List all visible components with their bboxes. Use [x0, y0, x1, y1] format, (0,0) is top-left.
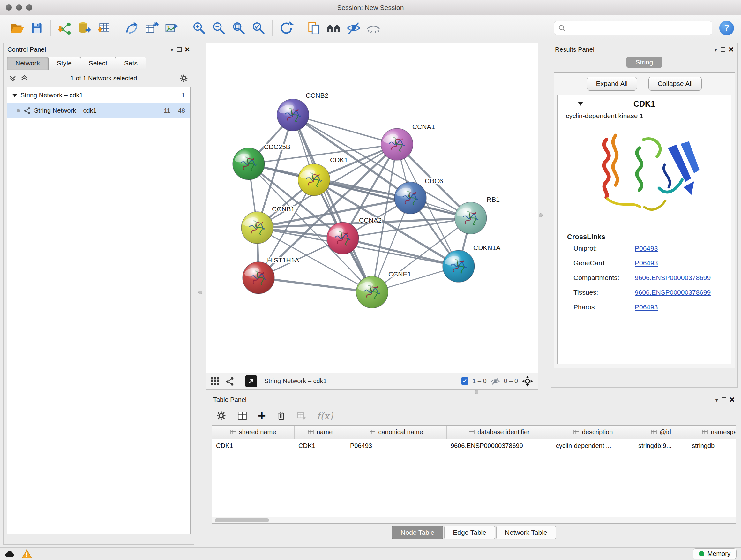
- birds-eye-grid-icon[interactable]: [210, 376, 220, 386]
- zoom-fit-button[interactable]: [229, 18, 249, 38]
- panel-float-icon[interactable]: ▾: [715, 396, 718, 403]
- import-table-button[interactable]: [94, 18, 114, 38]
- bottom-splitter-handle[interactable]: [475, 390, 478, 394]
- tab-select[interactable]: Select: [80, 57, 116, 70]
- panel-undock-icon[interactable]: [721, 47, 725, 52]
- panel-close-icon[interactable]: ×: [185, 45, 190, 54]
- tree-expand-icon[interactable]: [12, 94, 17, 97]
- crosslink-link[interactable]: P06493: [635, 259, 658, 267]
- network-row-selected[interactable]: String Network – cdk1 11 48: [7, 103, 190, 118]
- zoom-selected-button[interactable]: [249, 18, 268, 38]
- horizontal-scrollbar[interactable]: [212, 517, 736, 523]
- tab-string[interactable]: String: [626, 57, 663, 68]
- fit-content-crosshair-icon[interactable]: [522, 375, 533, 387]
- network-collection-row[interactable]: String Network – cdk1 1: [7, 87, 190, 103]
- open-session-button[interactable]: [7, 18, 27, 38]
- close-window-button[interactable]: [6, 4, 12, 10]
- zoom-out-button[interactable]: [209, 18, 229, 38]
- import-network-from-database-button[interactable]: [74, 18, 94, 38]
- left-splitter-handle[interactable]: [199, 291, 202, 294]
- panel-undock-icon[interactable]: [722, 397, 726, 402]
- column-header--id[interactable]: @id: [634, 426, 688, 439]
- refresh-button[interactable]: [276, 18, 296, 38]
- panel-close-icon[interactable]: ×: [730, 395, 735, 404]
- node-CDC25B[interactable]: [232, 148, 265, 180]
- delete-column-trash-icon[interactable]: [276, 410, 286, 421]
- network-overview-icon[interactable]: [225, 376, 234, 386]
- table-cell[interactable]: cyclin-dependent ...: [552, 442, 634, 449]
- node-CCNA2[interactable]: [327, 222, 359, 254]
- hide-selected-button[interactable]: [344, 18, 363, 38]
- crosslink-link[interactable]: P06493: [635, 303, 658, 311]
- zoom-in-button[interactable]: [189, 18, 209, 38]
- protein-section-collapse-icon[interactable]: [578, 102, 583, 106]
- table-cell[interactable]: stringdb: [688, 442, 736, 449]
- zoom-window-button[interactable]: [26, 4, 32, 10]
- table-cell[interactable]: P06493: [346, 442, 447, 449]
- memory-button[interactable]: Memory: [693, 548, 737, 559]
- search-input[interactable]: [568, 24, 708, 32]
- node-CDKN1A[interactable]: [443, 250, 475, 282]
- table-row[interactable]: CDK1CDK1P064939606.ENSP00000378699cyclin…: [212, 439, 736, 452]
- column-header-shared-name[interactable]: shared name: [212, 426, 294, 439]
- function-builder-button[interactable]: f(x): [317, 410, 333, 422]
- table-cell[interactable]: 9606.ENSP00000378699: [447, 442, 552, 449]
- crosslink-link[interactable]: 9606.ENSP00000378699: [635, 274, 711, 282]
- table-settings-gear-icon[interactable]: [216, 410, 226, 421]
- tab-network[interactable]: Network: [7, 57, 49, 70]
- node-CDC6[interactable]: [394, 182, 426, 214]
- show-columns-icon[interactable]: [237, 410, 248, 421]
- toolbar-search[interactable]: [554, 21, 712, 35]
- column-header-database-identifier[interactable]: database identifier: [447, 426, 552, 439]
- edge-HIST1H1A-CCNE1[interactable]: [259, 278, 372, 292]
- help-button[interactable]: ?: [719, 21, 734, 36]
- network-graph[interactable]: CCNB2CCNA1CDC25BCDK1CDC6RB1CCNB1CCNA2CDK…: [206, 43, 538, 373]
- minimize-window-button[interactable]: [16, 4, 22, 10]
- panel-float-icon[interactable]: ▾: [171, 46, 174, 53]
- collapse-all-button[interactable]: Collapse All: [649, 77, 702, 91]
- crosslink-link[interactable]: 9606.ENSP00000378699: [635, 289, 711, 296]
- home-layouts-button[interactable]: [324, 18, 344, 38]
- gear-icon[interactable]: [179, 73, 189, 83]
- edge-CCNB2-CCNA1[interactable]: [293, 115, 397, 144]
- scrollbar-thumb[interactable]: [215, 518, 269, 522]
- selected-checkbox-icon[interactable]: ✓: [461, 377, 468, 385]
- node-CCNA1[interactable]: [381, 128, 413, 160]
- node-CCNE1[interactable]: [356, 276, 388, 308]
- node-CCNB2[interactable]: [277, 99, 309, 131]
- edge-CCNB2-CCNE1[interactable]: [293, 115, 372, 292]
- export-image-button[interactable]: [161, 18, 181, 38]
- show-all-button[interactable]: [363, 18, 383, 38]
- tab-style[interactable]: Style: [48, 57, 80, 70]
- column-header-description[interactable]: description: [552, 426, 634, 439]
- clone-network-button[interactable]: [142, 18, 161, 38]
- import-network-from-file-button[interactable]: [55, 18, 74, 38]
- copy-annotation-button[interactable]: [304, 18, 324, 38]
- panel-close-icon[interactable]: ×: [729, 45, 734, 54]
- expand-all-icon[interactable]: [20, 74, 28, 82]
- table-cell[interactable]: CDK1: [212, 442, 294, 449]
- tab-node-table[interactable]: Node Table: [392, 526, 443, 539]
- table-cell[interactable]: CDK1: [294, 442, 346, 449]
- tab-sets[interactable]: Sets: [116, 57, 146, 70]
- table-cell[interactable]: stringdb:9...: [634, 442, 688, 449]
- save-session-button[interactable]: [27, 18, 47, 38]
- new-network-from-selection-button[interactable]: [122, 18, 142, 38]
- column-header-namespace[interactable]: namespace: [688, 426, 736, 439]
- expand-all-button[interactable]: Expand All: [587, 77, 637, 91]
- tab-network-table[interactable]: Network Table: [496, 526, 556, 539]
- external-link-button[interactable]: [245, 375, 257, 387]
- node-HIST1H1A[interactable]: [243, 262, 274, 294]
- panel-undock-icon[interactable]: [177, 47, 182, 52]
- node-CCNB1[interactable]: [241, 212, 273, 244]
- network-canvas[interactable]: CCNB2CCNA1CDC25BCDK1CDC6RB1CCNB1CCNA2CDK…: [206, 43, 538, 373]
- node-RB1[interactable]: [455, 202, 487, 234]
- cloud-icon[interactable]: [4, 550, 15, 558]
- column-header-canonical-name[interactable]: canonical name: [346, 426, 447, 439]
- crosslink-link[interactable]: P06493: [635, 245, 658, 252]
- node-CDK1[interactable]: [298, 164, 330, 196]
- collapse-all-icon[interactable]: [9, 74, 17, 82]
- column-header-name[interactable]: name: [294, 426, 346, 439]
- add-column-button[interactable]: +: [258, 409, 266, 422]
- tab-edge-table[interactable]: Edge Table: [444, 526, 495, 539]
